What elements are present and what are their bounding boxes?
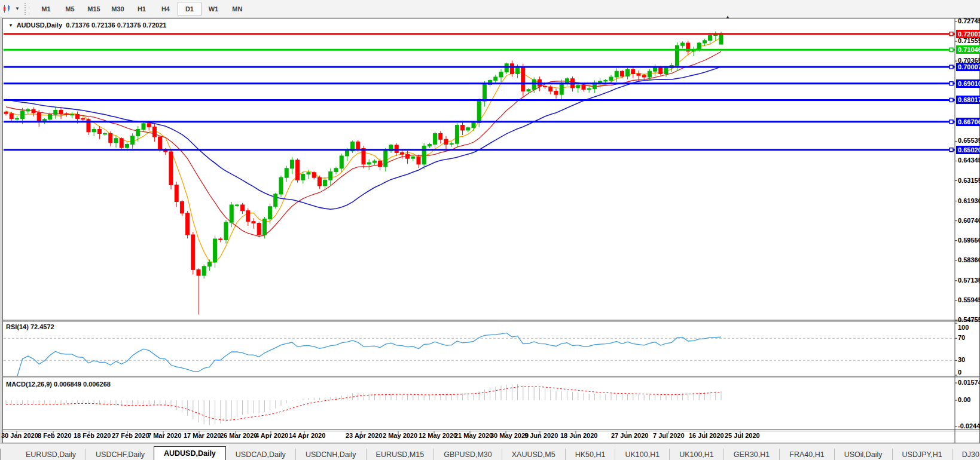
date-label: 17 Mar 2020 [184, 432, 221, 439]
title-collapse-icon[interactable]: ▼ [8, 23, 13, 28]
candle-body [103, 133, 107, 134]
price-level-handle[interactable] [950, 98, 953, 102]
price-level-handle[interactable] [950, 65, 953, 69]
price-tick-label: 0.57135 [958, 277, 980, 284]
tabbar-grip[interactable] [0, 449, 1, 460]
moving-average-30 [6, 67, 721, 210]
candle-body [207, 262, 211, 266]
candle-body [262, 219, 266, 235]
chart-title-text: AUDUSD,Daily 0.71376 0.72136 0.71375 0.7… [17, 22, 167, 29]
candle-body [549, 87, 552, 91]
candle-body [499, 72, 503, 77]
candle-body [631, 69, 635, 73]
candle-body [362, 148, 365, 164]
price-level-handle[interactable] [950, 32, 953, 36]
candle-body [76, 115, 80, 119]
candle-body [450, 143, 453, 144]
candle-body [587, 88, 591, 89]
candle-body [428, 145, 431, 146]
date-label: 9 Jun 2020 [524, 432, 558, 439]
price-tick-label: 0.60740 [958, 217, 980, 224]
candle-body [202, 266, 206, 275]
candle-body [274, 194, 277, 207]
chart-title: ▼ AUDUSD,Daily 0.71376 0.72136 0.71375 0… [8, 22, 166, 29]
chart-tab-uk100-h1[interactable]: UK100,H1 [615, 449, 669, 460]
candle-body [169, 152, 173, 185]
candle-body [175, 185, 178, 202]
candle-body [147, 124, 151, 127]
candle-body [461, 125, 465, 130]
candle-body [384, 151, 387, 167]
rsi-line [6, 333, 721, 377]
chart-tab-usdchf-daily[interactable]: USDCHF,Daily [86, 449, 154, 460]
price-level-handle[interactable] [950, 148, 953, 152]
chart-tab-ger30-h1[interactable]: GER30,H1 [723, 449, 779, 460]
date-label: 8 Feb 2020 [38, 432, 71, 439]
price-tick-label: 0.55945 [958, 296, 980, 303]
candle-body [615, 71, 618, 77]
rsi-tick-label: 30 [958, 356, 965, 363]
date-label: 7 Jul 2020 [653, 432, 685, 439]
chart-tabs: EURUSD,DailyUSDCHF,DailyAUDUSD,DailyUSDC… [16, 446, 980, 460]
candle-body [406, 154, 410, 158]
candle-body [92, 130, 96, 132]
date-label: 27 Feb 2020 [112, 432, 149, 439]
price-level-handle[interactable] [950, 48, 953, 51]
chart-canvas[interactable] [0, 0, 980, 460]
price-level-handle[interactable] [950, 120, 953, 124]
candle-body [378, 161, 382, 167]
candle-body [719, 33, 723, 44]
date-label: 25 Jul 2020 [725, 432, 760, 439]
candle-body [422, 146, 426, 164]
chart-tab-usdcad-daily[interactable]: USDCAD,Daily [225, 449, 295, 460]
candle-body [664, 68, 668, 74]
candle-body [4, 112, 8, 114]
chart-tab-usoil-daily[interactable]: USOil,Daily [834, 449, 892, 460]
chart-tab-bar: EURUSD,DailyUSDCHF,DailyAUDUSD,DailyUSDC… [0, 443, 980, 460]
moving-average-14 [6, 51, 721, 236]
candle-body [477, 101, 481, 122]
date-label: 30 May 2020 [490, 432, 529, 439]
candle-body [32, 109, 35, 113]
chart-shift-marker-icon[interactable]: ▲ [725, 14, 730, 20]
candle-body [15, 118, 19, 119]
chart-tab-dj30-m15[interactable]: DJ30,M15 [952, 449, 980, 460]
date-label: 2 May 2020 [383, 432, 417, 439]
chart-tab-gbpusd-m30[interactable]: GBPUSD,M30 [433, 449, 502, 460]
candle-body [285, 168, 288, 177]
candle-body [142, 124, 145, 130]
candle-body [290, 160, 294, 168]
chart-tab-usdjpy-h1[interactable]: USDJPY,H1 [892, 449, 952, 460]
candle-body [109, 133, 112, 142]
chart-tab-fra40-h1[interactable]: FRA40,H1 [779, 449, 834, 460]
candle-body [417, 157, 420, 164]
chart-tab-uk100-h1[interactable]: UK100,H1 [669, 449, 723, 460]
date-label: 4 Apr 2020 [255, 432, 288, 439]
price-badge: 0.70007 [956, 63, 980, 71]
candle-body [373, 161, 376, 162]
price-level-handle[interactable] [950, 82, 953, 85]
chart-tab-eurusd-daily[interactable]: EURUSD,Daily [16, 449, 86, 460]
date-label: 12 May 2020 [419, 432, 457, 439]
candle-body [26, 109, 30, 111]
chart-tab-audusd-daily[interactable]: AUDUSD,Daily [154, 446, 226, 460]
candle-body [120, 139, 123, 148]
candle-body [10, 114, 13, 118]
chart-tab-xauusd-m5[interactable]: XAUUSD,M5 [502, 449, 565, 460]
candle-body [48, 115, 52, 119]
candle-body [576, 85, 580, 88]
candle-body [158, 137, 162, 150]
candle-body [70, 115, 74, 115]
chart-tab-eurusd-m15[interactable]: EURUSD,M15 [366, 449, 434, 460]
candle-body [356, 142, 360, 148]
rsi-tick-label: 70 [958, 334, 965, 341]
price-tick-label: 0.72745 [958, 17, 980, 24]
candle-body [675, 45, 679, 65]
candle-body [279, 177, 283, 194]
candle-body [191, 235, 195, 269]
price-badge: 0.68017 [956, 96, 980, 104]
chart-tab-usdcnh-daily[interactable]: USDCNH,Daily [295, 449, 366, 460]
chart-tab-hk50-h1[interactable]: HK50,H1 [565, 449, 615, 460]
date-label: 26 Mar 2020 [220, 432, 257, 439]
date-label: 18 Jun 2020 [560, 432, 597, 439]
